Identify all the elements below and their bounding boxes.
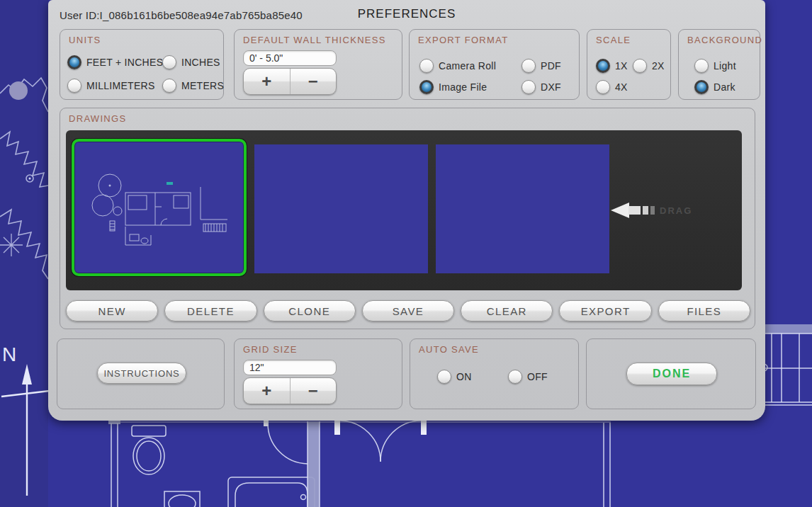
units-panel-label: UNITS [69, 35, 101, 45]
drawing-thumbnail-2-empty[interactable] [254, 144, 428, 273]
radio-option-millimeters[interactable]: MILLIMETERS [67, 79, 155, 93]
radio-icon [521, 80, 536, 94]
drawing-actions-toolbar: NEW DELETE CLONE SAVE CLEAR EXPORT FILES [66, 300, 750, 321]
auto-save-panel: AUTO SAVE ON OFF [410, 338, 579, 409]
export-button[interactable]: EXPORT [559, 300, 651, 321]
drawings-thumbnail-strip: DRAG [66, 130, 742, 290]
wall-thickness-panel-label: DEFAULT WALL THICKNESS [243, 35, 386, 45]
radio-option-dark[interactable]: Dark [694, 80, 735, 94]
radio-option-label: FEET + INCHES [86, 57, 163, 68]
drag-left-arrow-icon [610, 201, 657, 220]
wall-thickness-stepper: + − [243, 68, 337, 95]
instructions-panel: INSTRUCTIONS [57, 338, 225, 409]
drag-hint-label: DRAG [660, 205, 692, 216]
drawing-thumbnail-1-selected[interactable] [72, 139, 247, 276]
preferences-dialog: User ID:I_086b161b6be508ea94e7ab765ba85e… [48, 0, 765, 421]
done-button[interactable]: DONE [626, 363, 717, 385]
radio-selected-icon [694, 80, 709, 94]
grid-size-stepper: + − [243, 377, 337, 404]
radio-option-label: OFF [527, 371, 548, 382]
radio-option-label: 1X [615, 60, 628, 72]
page-title: PREFERENCES [48, 7, 765, 21]
scale-panel: SCALE 1X 2X 4X [587, 29, 671, 100]
delete-button[interactable]: DELETE [164, 300, 256, 321]
radio-option-dxf[interactable]: DXF [521, 80, 561, 94]
radio-icon [521, 59, 536, 73]
radio-option-light[interactable]: Light [694, 59, 736, 73]
radio-option-label: ON [456, 371, 472, 382]
new-button[interactable]: NEW [66, 300, 158, 321]
radio-option-label: 4X [615, 81, 628, 93]
radio-option-label: Dark [714, 81, 735, 93]
radio-option-meters[interactable]: METERS [162, 79, 224, 93]
radio-option-label: Camera Roll [439, 60, 496, 72]
grid-size-value: 12" [243, 360, 337, 375]
scale-panel-label: SCALE [596, 35, 631, 45]
drawing-thumbnail-3-empty[interactable] [436, 144, 609, 273]
radio-option-label: MILLIMETERS [86, 80, 155, 91]
radio-option-label: 2X [652, 60, 665, 72]
radio-option-4x[interactable]: 4X [596, 80, 628, 94]
radio-icon [596, 80, 610, 94]
background-panel-label: BACKGROUND [687, 35, 762, 45]
wall-thickness-increment-button[interactable]: + [244, 69, 290, 94]
export-format-panel-label: EXPORT FORMAT [418, 35, 508, 45]
grid-size-decrement-button[interactable]: − [290, 378, 337, 404]
background-panel: BACKGROUND Light Dark [678, 29, 760, 100]
radio-option-1x[interactable]: 1X [596, 59, 628, 73]
export-format-panel: EXPORT FORMAT Camera Roll PDF Image File… [409, 29, 580, 100]
radio-icon [162, 79, 176, 93]
radio-icon [437, 370, 451, 384]
drag-hint: DRAG [610, 201, 692, 220]
radio-option-label: METERS [181, 80, 224, 91]
radio-icon [67, 79, 81, 93]
radio-icon [508, 370, 522, 384]
drawings-panel-label: DRAWINGS [69, 113, 126, 124]
radio-option-inches[interactable]: INCHES [162, 55, 220, 69]
save-button[interactable]: SAVE [362, 300, 454, 321]
radio-option-2x[interactable]: 2X [633, 59, 665, 73]
radio-selected-icon [596, 59, 610, 73]
wall-thickness-panel: DEFAULT WALL THICKNESS 0' - 5.0" + − [234, 29, 402, 100]
radio-option-pdf[interactable]: PDF [521, 59, 561, 73]
radio-option-label: Image File [439, 81, 487, 93]
radio-option-label: Light [714, 60, 736, 72]
instructions-button[interactable]: INSTRUCTIONS [97, 363, 186, 384]
radio-option-camera-roll[interactable]: Camera Roll [419, 59, 496, 73]
radio-option-label: DXF [541, 81, 561, 93]
radio-option-autosave-on[interactable]: ON [437, 370, 472, 384]
grid-size-increment-button[interactable]: + [244, 378, 290, 404]
grid-size-panel-label: GRID SIZE [243, 344, 298, 355]
radio-option-image-file[interactable]: Image File [419, 80, 487, 94]
done-panel: DONE [586, 338, 756, 409]
radio-option-autosave-off[interactable]: OFF [508, 370, 548, 384]
radio-option-label: PDF [541, 60, 561, 72]
radio-selected-icon [419, 80, 434, 94]
radio-icon [694, 59, 709, 73]
compass-marker-icon [167, 182, 173, 185]
grid-size-panel: GRID SIZE 12" + − [234, 338, 402, 409]
radio-selected-icon [67, 55, 81, 69]
files-button[interactable]: FILES [658, 300, 750, 321]
floorplan-thumbnail-drawing [74, 142, 244, 273]
clone-button[interactable]: CLONE [264, 300, 356, 321]
app-screen: N [0, 0, 812, 507]
wall-thickness-value: 0' - 5.0" [243, 50, 337, 66]
units-panel: UNITS FEET + INCHES INCHES MILLIMETERS M… [60, 29, 224, 100]
auto-save-panel-label: AUTO SAVE [419, 344, 479, 355]
radio-icon [633, 59, 647, 73]
drawings-panel: DRAWINGS [60, 108, 755, 329]
radio-option-label: INCHES [181, 57, 220, 68]
radio-option-feet-inches[interactable]: FEET + INCHES [67, 55, 163, 69]
radio-icon [162, 55, 176, 69]
radio-icon [419, 59, 434, 73]
wall-thickness-decrement-button[interactable]: − [290, 69, 337, 94]
svg-text:N: N [2, 343, 16, 365]
clear-button[interactable]: CLEAR [461, 300, 553, 321]
